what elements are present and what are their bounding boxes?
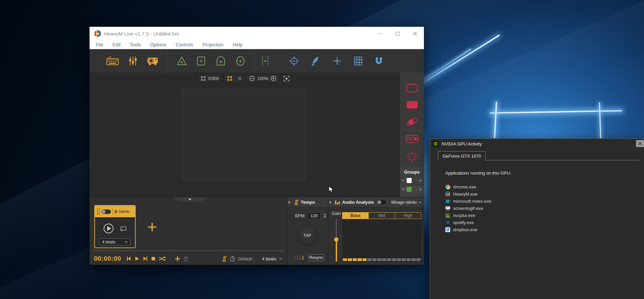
skip-forward-button[interactable] xyxy=(142,256,148,261)
spin-down-icon[interactable] xyxy=(324,216,326,218)
nvidia-close-button[interactable] xyxy=(636,140,644,147)
svg-text:HM: HM xyxy=(96,33,100,35)
chevron-down-icon[interactable] xyxy=(402,179,405,182)
loop-icon[interactable] xyxy=(119,225,127,232)
level-segment xyxy=(382,258,386,261)
transition-tool-icon[interactable] xyxy=(405,134,419,144)
magnet-icon[interactable] xyxy=(374,56,384,66)
freeform-add-icon[interactable] xyxy=(260,55,270,67)
bpm-spinner[interactable] xyxy=(324,214,326,218)
default-duration-value[interactable]: 4 beats xyxy=(262,256,276,261)
group-color-swatch[interactable] xyxy=(407,187,412,192)
sequence-scrollbar[interactable] xyxy=(92,250,284,251)
audio-source-dropdown[interactable]: Mixage stéréo xyxy=(391,200,422,205)
chevron-down-icon[interactable] xyxy=(402,188,405,191)
shuffle-button[interactable] xyxy=(159,256,166,261)
level-segment xyxy=(353,258,357,261)
zoom-level: 100% xyxy=(257,76,268,81)
group-color-swatch[interactable] xyxy=(407,178,412,183)
zoom-out-icon[interactable] xyxy=(249,76,255,81)
menu-controls[interactable]: Controls xyxy=(176,42,193,47)
menu-help[interactable]: Help xyxy=(233,42,242,47)
chevron-down-icon[interactable] xyxy=(279,258,282,260)
sequence-body: 4 beats xyxy=(95,217,135,248)
projector-icon[interactable] xyxy=(147,56,159,66)
groups-label: Groups xyxy=(400,167,424,176)
minimize-button[interactable] xyxy=(371,27,389,40)
quill-icon[interactable] xyxy=(310,56,320,66)
rectangle-add-icon[interactable] xyxy=(196,56,206,66)
resync-button[interactable]: Resync xyxy=(308,254,324,261)
tempo-collapse-button[interactable] xyxy=(287,197,292,207)
ellipse-add-icon[interactable] xyxy=(235,56,246,66)
collapse-arrow-icon xyxy=(189,199,191,200)
fill-tool-icon[interactable] xyxy=(406,100,418,109)
projection-canvas[interactable] xyxy=(182,88,306,181)
bottom-section: 0 name 4 beats xyxy=(90,197,424,265)
band-tabs: Bass Mid High xyxy=(342,212,421,219)
delete-track-button[interactable] xyxy=(183,256,189,262)
level-segment xyxy=(387,258,391,261)
effects-tool-icon[interactable] xyxy=(406,116,418,127)
canvas-area[interactable]: 0/300 0 100% xyxy=(90,73,399,197)
menu-projection[interactable]: Projection xyxy=(202,42,223,47)
list-item: screentogif.exe xyxy=(445,205,491,212)
chrome-icon xyxy=(445,184,450,190)
play-transport-button[interactable] xyxy=(135,256,139,261)
tab-high[interactable]: High xyxy=(395,213,421,219)
menu-options[interactable]: Options xyxy=(150,42,166,47)
tap-tempo-button[interactable]: TAP xyxy=(296,225,318,246)
generative-tool-icon[interactable] xyxy=(406,151,418,163)
spin-up-icon[interactable] xyxy=(324,214,326,215)
arch-add-icon[interactable] xyxy=(216,56,226,66)
audio-toggle[interactable] xyxy=(377,200,386,204)
triangle-add-icon[interactable] xyxy=(176,56,188,66)
level-segment xyxy=(407,258,411,261)
sequence-name[interactable]: name xyxy=(119,209,129,214)
skip-back-button[interactable] xyxy=(126,256,132,261)
tab-bass[interactable]: Bass xyxy=(343,213,368,219)
menu-tools[interactable]: Tools xyxy=(130,42,141,47)
play-button[interactable] xyxy=(103,223,114,234)
add-point-icon[interactable] xyxy=(332,56,342,66)
add-to-group-button[interactable]: + xyxy=(416,178,422,183)
drag-handle-icon[interactable] xyxy=(97,208,100,215)
gain-slider[interactable] xyxy=(334,219,338,261)
sequence-toggle[interactable] xyxy=(101,210,111,214)
tab-mid[interactable]: Mid xyxy=(368,213,394,219)
faces-counter: 0/300 xyxy=(197,74,222,83)
gain-track-filled xyxy=(336,240,337,261)
list-item: spotify.exe xyxy=(445,219,491,226)
bpm-input[interactable]: 120 xyxy=(307,212,321,219)
add-to-group-button[interactable]: + xyxy=(416,186,422,192)
add-track-button[interactable] xyxy=(175,256,180,262)
grid-icon[interactable] xyxy=(353,56,363,66)
level-segment xyxy=(402,258,406,261)
sequence-header[interactable]: 0 name xyxy=(95,206,135,217)
keyboard-icon[interactable] xyxy=(106,56,119,66)
faders-icon[interactable] xyxy=(128,56,138,66)
gpu-tab[interactable]: GeForce GTX 1070 xyxy=(438,151,486,160)
gain-label: Gain xyxy=(332,211,341,216)
border-tool-icon[interactable] xyxy=(406,84,418,93)
stop-button[interactable] xyxy=(151,256,156,261)
crosshair-icon[interactable] xyxy=(289,56,299,66)
panel-collapse-handle[interactable] xyxy=(171,197,209,202)
maximize-button[interactable] xyxy=(389,27,406,40)
close-button[interactable] xyxy=(406,27,424,40)
duration-dropdown[interactable]: 4 beats xyxy=(99,238,131,245)
menu-edit[interactable]: Edit xyxy=(113,42,121,47)
toolbar xyxy=(90,49,424,73)
level-segment xyxy=(416,258,421,261)
menu-file[interactable]: File xyxy=(96,42,103,47)
zoom-in-icon[interactable] xyxy=(271,76,276,81)
fit-view-button[interactable] xyxy=(281,74,292,83)
list-item: nvcplui.exe xyxy=(445,212,491,219)
nvidia-titlebar[interactable]: NVIDIA GPU Activity xyxy=(430,139,644,149)
collapse-arrow-icon xyxy=(289,201,290,204)
sequence-block[interactable]: 0 name 4 beats xyxy=(94,205,136,248)
heavym-titlebar[interactable]: HM HeavyM Live v1.7.5 - Untitled.hm xyxy=(90,27,424,40)
gain-thumb[interactable] xyxy=(334,237,338,242)
audio-collapse-button[interactable] xyxy=(328,197,333,207)
add-sequence-button[interactable]: + xyxy=(147,218,157,235)
